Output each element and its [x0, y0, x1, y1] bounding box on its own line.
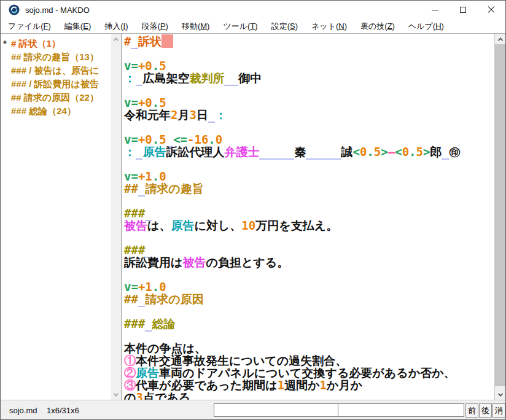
menu-item-T[interactable]: ツール(T): [216, 19, 264, 34]
menu-item-H[interactable]: ヘルプ(H): [402, 19, 451, 34]
search-input-1[interactable]: [214, 403, 338, 417]
text-segment: +1: [138, 169, 152, 183]
text-segment: ②: [124, 366, 136, 379]
editor-line[interactable]: [124, 231, 494, 244]
editor-scrollbar[interactable]: [495, 34, 505, 400]
editor-line[interactable]: v=+1.0: [124, 170, 494, 182]
text-segment: 被告: [182, 255, 206, 269]
clear-button[interactable]: 消: [492, 403, 505, 418]
text-segment: 5: [416, 145, 423, 158]
menu-item-S[interactable]: 設定(S): [265, 19, 305, 34]
outline-item[interactable]: ## 請求の趣旨（13）: [3, 50, 111, 64]
editor-line[interactable]: [124, 330, 494, 342]
text-segment: ：: [124, 71, 136, 85]
text-segment: 弁護士: [224, 145, 259, 158]
menu-item-M[interactable]: 移動(M): [175, 19, 217, 34]
editor-line[interactable]: ： 広島架空裁判所 御中: [124, 72, 494, 84]
text-segment: #: [124, 34, 131, 48]
text-segment: 10: [241, 219, 255, 232]
editor-line[interactable]: [124, 305, 494, 317]
text-segment: ㊞: [449, 145, 461, 158]
outline-item[interactable]: ### / 被告は、原告に: [3, 64, 111, 77]
current-marker: [3, 104, 11, 118]
text-segment: 請求の趣旨: [145, 182, 203, 195]
text-segment: 裁判所: [189, 71, 224, 85]
editor-line[interactable]: 被告は、原告に対し、10万円を支払え。: [124, 219, 494, 231]
text-segment: に対し、: [194, 219, 241, 232]
editor-line[interactable]: [124, 268, 494, 281]
editor-line[interactable]: v=+0.5: [124, 60, 494, 72]
editor-line[interactable]: ## 請求の趣旨: [124, 182, 494, 195]
scrollbar-thumb[interactable]: [495, 44, 505, 386]
editor-line[interactable]: ： 原告訴訟代理人弁護士 秦 誠<0.5>―<0.5>郎 ㊞: [124, 146, 494, 158]
editor-line[interactable]: [124, 47, 494, 60]
menu-item-Z[interactable]: 裏の技(Z): [354, 19, 402, 34]
editor-line[interactable]: # 訴状: [124, 35, 494, 47]
editor-line[interactable]: ③代車が必要であった期間は1週間か1か月か: [124, 379, 494, 391]
text-segment: 郎: [430, 145, 442, 158]
search-input-2[interactable]: [338, 403, 464, 417]
outline-item[interactable]: ### / 訴訟費用は被告: [3, 77, 111, 91]
text-segment: 0: [216, 133, 222, 146]
text-segment: 令和元年: [124, 108, 171, 122]
outline-scrollbar[interactable]: [111, 34, 121, 400]
minimize-button[interactable]: [421, 1, 449, 19]
editor-pane[interactable]: # 訴状 v=+0.5： 広島架空裁判所 御中v=+0.5令和元年2月3日 ：v…: [121, 34, 495, 400]
scroll-down-icon[interactable]: [111, 389, 121, 400]
outline-item-label: ### 総論（24）: [11, 104, 76, 118]
app-window: sojo.md - MAKDO ファイル(F)編集(E)挿入(I)段落(P)移動…: [0, 0, 506, 420]
text-segment: 広島架空: [142, 71, 189, 85]
editor-line[interactable]: ## 請求の原因: [124, 293, 494, 305]
editor-line[interactable]: 本件の争点は、: [124, 342, 494, 354]
maximize-button[interactable]: [449, 1, 477, 19]
outline-item[interactable]: ### 総論（24）: [3, 104, 111, 118]
outline-panel: *# 訴状（1）## 請求の趣旨（13）### / 被告は、原告に### / 訴…: [1, 34, 111, 400]
text-segment: ：: [215, 108, 227, 122]
menu-item-N[interactable]: ネット(N): [305, 19, 354, 34]
editor-line[interactable]: v=+0.5 <=-16.0: [124, 133, 494, 146]
editor-line[interactable]: [124, 84, 494, 96]
editor-line[interactable]: [124, 121, 494, 133]
editor-line[interactable]: [124, 195, 494, 207]
main-area: *# 訴状（1）## 請求の趣旨（13）### / 被告は、原告に### / 訴…: [1, 34, 505, 400]
next-button[interactable]: 後: [479, 403, 492, 418]
editor-line[interactable]: ①本件交通事故発生についての過失割合、: [124, 354, 494, 367]
text-segment: 点である。: [143, 391, 202, 400]
menu-item-P[interactable]: 段落(P): [135, 19, 175, 34]
outline-item[interactable]: *# 訴状（1）: [3, 37, 111, 50]
scroll-up-icon[interactable]: [111, 34, 121, 44]
text-segment: 5: [374, 145, 381, 158]
menu-item-I[interactable]: 挿入(I): [98, 19, 134, 34]
text-segment: .: [152, 59, 159, 72]
text-segment: [136, 145, 142, 160]
editor-line[interactable]: の3点である。: [124, 391, 494, 400]
scroll-up-icon[interactable]: [495, 34, 505, 44]
editor-line[interactable]: ### 総論: [124, 317, 494, 330]
text-segment: .: [152, 96, 159, 109]
prev-button[interactable]: 前: [465, 403, 478, 418]
editor-line[interactable]: v=+1.0: [124, 281, 494, 293]
editor-line[interactable]: ###: [124, 244, 494, 256]
text-segment: [208, 108, 215, 123]
editor-line[interactable]: 令和元年2月3日 ：: [124, 109, 494, 121]
menu-item-F[interactable]: ファイル(F): [1, 19, 58, 34]
text-segment: 本件の争点は、: [124, 341, 206, 355]
editor-line[interactable]: 訴訟費用は被告の負担とする。: [124, 256, 494, 268]
text-segment: <=: [173, 133, 187, 146]
close-button[interactable]: [477, 1, 505, 19]
editor-line[interactable]: v=+0.5: [124, 96, 494, 109]
text-segment: .: [367, 145, 373, 158]
scroll-down-icon[interactable]: [495, 389, 505, 400]
app-icon: [9, 4, 20, 15]
text-segment: >: [381, 145, 387, 158]
editor-line[interactable]: ②原告車両のドアパネルについて交換する必要があるか否か、: [124, 367, 494, 379]
window-controls: [421, 1, 505, 19]
editor-line[interactable]: ###: [124, 207, 494, 219]
outline-item-label: ## 請求の原因（22）: [11, 91, 99, 104]
text-segment: -16: [187, 133, 208, 146]
outline-item-label: # 訴状（1）: [11, 37, 61, 50]
outline-item[interactable]: ## 請求の原因（22）: [3, 91, 111, 104]
menu-item-E[interactable]: 編集(E): [58, 19, 98, 34]
text-segment: +1: [138, 280, 152, 294]
editor-line[interactable]: [124, 158, 494, 170]
